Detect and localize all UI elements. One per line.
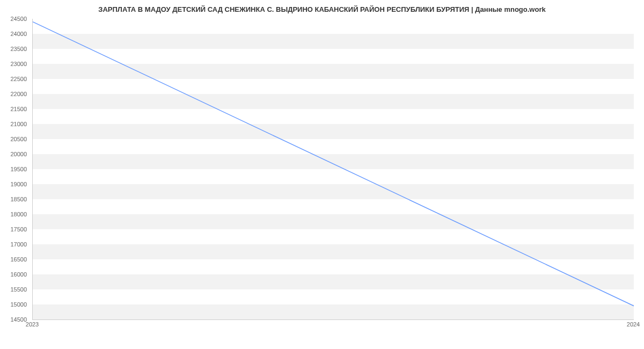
chart-container: ЗАРПЛАТА В МАДОУ ДЕТСКИЙ САД СНЕЖИНКА С.… <box>0 0 644 349</box>
plot-area <box>32 19 634 320</box>
y-tick-label: 18500 <box>10 196 27 202</box>
data-line <box>33 22 634 306</box>
x-tick-label: 2024 <box>627 321 640 328</box>
y-tick-label: 19500 <box>10 166 27 172</box>
y-tick-label: 16000 <box>10 271 27 278</box>
y-tick-label: 20500 <box>10 136 27 142</box>
y-tick-label: 14500 <box>10 316 27 323</box>
y-tick-label: 15500 <box>10 286 27 293</box>
y-tick-label: 19000 <box>10 181 27 187</box>
x-axis-labels: 20232024 <box>32 321 633 332</box>
y-tick-label: 23000 <box>10 61 27 67</box>
y-tick-label: 15000 <box>10 301 27 308</box>
y-tick-label: 17000 <box>10 241 27 248</box>
chart-title: ЗАРПЛАТА В МАДОУ ДЕТСКИЙ САД СНЕЖИНКА С.… <box>0 0 644 16</box>
y-tick-label: 24500 <box>10 16 27 22</box>
y-tick-label: 24000 <box>10 31 27 37</box>
y-tick-label: 22500 <box>10 76 27 82</box>
y-tick-label: 16500 <box>10 256 27 263</box>
y-axis-labels: 1450015000155001600016500170001750018000… <box>0 19 30 319</box>
y-tick-label: 21000 <box>10 121 27 127</box>
y-tick-label: 21500 <box>10 106 27 112</box>
y-tick-label: 17500 <box>10 226 27 232</box>
chart-svg <box>33 19 634 319</box>
y-tick-label: 22000 <box>10 91 27 97</box>
y-tick-label: 20000 <box>10 151 27 157</box>
x-tick-label: 2023 <box>26 321 39 328</box>
y-tick-label: 23500 <box>10 46 27 52</box>
y-tick-label: 18000 <box>10 211 27 217</box>
